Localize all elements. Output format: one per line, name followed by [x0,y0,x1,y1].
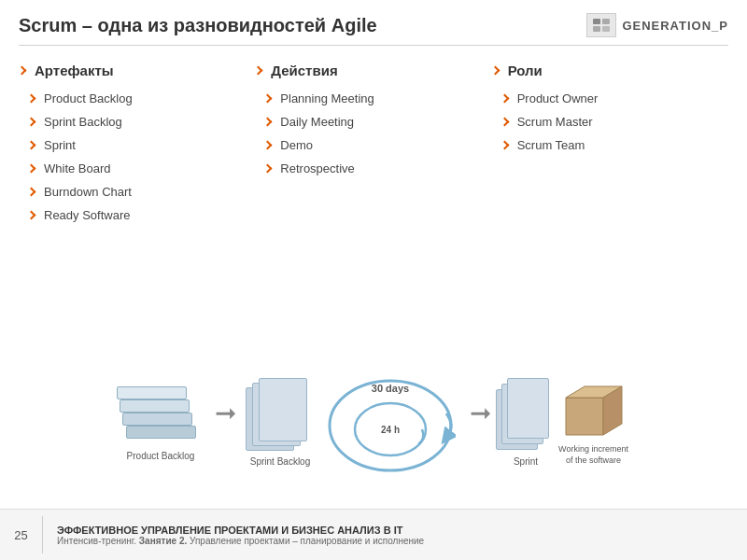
list-chevron-icon [263,94,273,104]
list-item: Demo [255,138,482,152]
arrow-to-sprint-backlog: ➞ [215,398,236,428]
logo-area: GENERATION_P [586,13,728,37]
list-chevron-icon [27,118,36,127]
product-backlog-stack [117,385,205,445]
footer-text: ЭФФЕКТИВНОЕ УПРАВЛЕНИЕ ПРОЕКТАМИ И БИЗНЕ… [43,525,747,546]
list-item: Scrum Master [492,115,719,129]
arrow-to-increment: ➞ [470,398,491,428]
list-label: Product Backlog [44,91,133,105]
logo-text: GENERATION_P [622,19,728,33]
column-label-artifacts: Артефакты [35,63,114,78]
list-chevron-icon [263,164,273,174]
sprint-backlog-group: Sprint Backlog [246,378,316,467]
list-chevron-icon [27,164,36,174]
logo-icon [586,13,616,37]
column-header-artifacts: Артефакты [19,63,246,78]
page-number: 25 [0,528,42,542]
list-chevron-icon [27,188,36,197]
header: Scrum – одна из разновидностей Agile GEN… [0,0,747,45]
column-actions: Действия Planning Meeting Daily Meeting … [255,63,491,231]
column-roles: Роли Product Owner Scrum Master Scrum Te… [492,63,728,231]
list-label: Scrum Master [517,115,593,129]
list-label: Sprint Backlog [44,115,122,129]
list-chevron-icon [500,94,509,104]
list-item: Sprint Backlog [19,115,246,129]
list-item: Product Backlog [19,91,246,105]
svg-rect-1 [602,19,610,24]
sprint-backlog-label: Sprint Backlog [250,456,310,467]
list-label: Scrum Team [517,138,585,152]
list-label: White Board [44,161,111,175]
chevron-icon-roles [490,66,500,76]
diagram-area: Product Backlog ➞ Sprint Backlog 30 days… [0,341,747,504]
list-item: Daily Meeting [255,115,482,129]
sprint-group: Sprint [496,378,557,467]
product-backlog-group: Product Backlog [117,385,205,461]
product-backlog-label: Product Backlog [127,451,195,461]
svg-text:30 days: 30 days [371,383,408,394]
list-item: Sprint [19,138,246,152]
svg-rect-3 [602,26,610,32]
increment-group: Working incrementof the software [557,379,631,466]
list-label: Ready Software [44,208,131,222]
sprint-backlog-stack [246,378,316,453]
list-item: Planning Meeting [255,91,482,105]
increment-label: Working incrementof the software [558,444,628,466]
list-item: Scrum Team [492,138,719,152]
list-item: Ready Software [19,208,246,222]
stack-layer [117,386,187,399]
list-chevron-icon [263,141,273,150]
list-chevron-icon [27,94,36,104]
svg-text:24 h: 24 h [380,425,399,435]
list-chevron-icon [27,141,36,150]
column-artifacts: Артефакты Product Backlog Sprint Backlog… [19,63,255,231]
list-item: Product Owner [492,91,719,105]
list-chevron-icon [27,211,36,220]
column-header-actions: Действия [255,63,482,78]
cycle-svg: 30 days 24 h [325,371,456,474]
page-title: Scrum – одна из разновидностей Agile [19,15,377,36]
list-label: Planning Meeting [280,91,374,105]
column-label-roles: Роли [508,63,543,78]
footer-line2-prefix: Интенсив-тренинг. [57,536,139,546]
footer-line2: Интенсив-тренинг. Занятие 2. Управление … [57,536,733,546]
stack-layer [120,399,190,413]
list-label: Product Owner [517,91,599,105]
list-chevron-icon [500,141,509,150]
list-chevron-icon [263,118,273,127]
page-layer [259,378,307,441]
list-label: Daily Meeting [280,115,354,129]
column-header-roles: Роли [492,63,719,78]
list-chevron-icon [500,118,509,127]
svg-marker-8 [566,398,603,435]
list-label: Retrospective [280,161,354,175]
svg-rect-2 [593,26,600,32]
sprint-page-layer [507,378,549,439]
footer-line1: ЭФФЕКТИВНОЕ УПРАВЛЕНИЕ ПРОЕКТАМИ И БИЗНЕ… [57,525,733,536]
chevron-icon-actions [254,66,263,76]
column-label-actions: Действия [271,63,337,78]
stack-layer [126,426,196,439]
cycle-group: 30 days 24 h [325,371,456,474]
list-label: Sprint [44,138,76,152]
list-item: Retrospective [255,161,482,175]
stack-layer [122,413,192,426]
list-label: Demo [280,138,313,152]
footer-line2-suffix: Управление проектами – планирование и ис… [187,536,424,546]
list-item: White Board [19,161,246,175]
chevron-icon-artifacts [18,66,27,76]
footer-line2-bold: Занятие 2. [139,536,187,546]
sprint-stack [496,378,557,453]
list-label: Burndown Chart [44,185,132,199]
list-item: Burndown Chart [19,185,246,199]
sprint-label: Sprint [514,456,538,467]
footer: 25 ЭФФЕКТИВНОЕ УПРАВЛЕНИЕ ПРОЕКТАМИ И БИ… [0,509,747,560]
increment-svg [557,379,631,444]
svg-rect-0 [593,19,600,24]
main-content: Артефакты Product Backlog Sprint Backlog… [0,46,747,231]
